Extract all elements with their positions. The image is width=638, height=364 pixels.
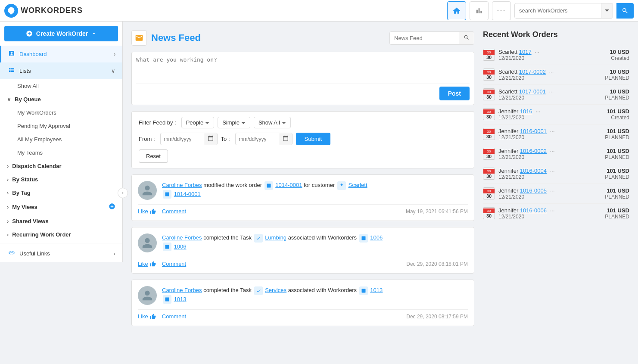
sidebar-item-lists[interactable]: Lists ∨ (0, 62, 122, 79)
to-calendar-icon[interactable] (279, 133, 292, 145)
feed-wo-link-1b[interactable]: 1014-0001 (174, 191, 201, 197)
filter-line: Filter Feed by : People Simple Show All (139, 117, 467, 128)
recent-wo-link[interactable]: 1016-0001 (520, 128, 547, 134)
sidebar-by-status[interactable]: › By Status (0, 173, 122, 186)
feed-author-3[interactable]: Caroline Forbes (162, 287, 202, 293)
recent-right: 101 USD PLANNED (605, 207, 629, 220)
recent-more-button[interactable]: ··· (549, 68, 554, 75)
recent-more-button[interactable]: ··· (550, 207, 555, 214)
sidebar-item-dashboard[interactable]: Dashboard › (0, 46, 122, 62)
recent-wo-link[interactable]: 1017 (519, 49, 532, 55)
sidebar-collapse-button[interactable] (118, 188, 128, 198)
my-views-add-icon[interactable] (109, 203, 115, 211)
comment-button-2[interactable]: Comment (162, 261, 186, 267)
recent-status: PLANNED (605, 95, 629, 101)
search-dropdown-button[interactable] (601, 3, 613, 18)
search-bar (514, 3, 613, 19)
recent-info: Scarlett 1017-0002 ··· 12/21/2020 (498, 68, 601, 81)
sidebar-recurring[interactable]: › Recurring Work Order (0, 228, 122, 241)
recent-wo-link[interactable]: 1017-0001 (519, 88, 546, 95)
recent-wo-link[interactable]: 1017-0002 (519, 68, 546, 75)
dispatch-arrow: › (7, 163, 9, 169)
create-workorder-label: Create WorkOrder (36, 30, 88, 37)
home-button[interactable] (447, 1, 466, 20)
workorder-icon-1 (265, 181, 273, 190)
chart-button[interactable] (470, 1, 489, 20)
recent-calendar-icon: 30 30 (483, 68, 495, 81)
comment-button-3[interactable]: Comment (162, 313, 186, 320)
recent-more-button[interactable]: ··· (550, 148, 555, 154)
from-date-field[interactable] (161, 134, 204, 144)
like-button-3[interactable]: Like (138, 313, 156, 320)
sidebar: Create WorkOrder Dashboard › Lists ∨ Sho… (0, 22, 123, 262)
feed-task-3[interactable]: Services (265, 287, 286, 293)
sidebar-all-employees[interactable]: All My Employees (0, 133, 122, 146)
feed-wo-link-1a[interactable]: 1014-0001 (275, 182, 302, 188)
recent-person: Jennifer 1016-0002 ··· (498, 148, 601, 154)
submit-button[interactable]: Submit (296, 133, 330, 145)
feed-task-2[interactable]: Lumbing (265, 234, 286, 241)
feed-author-2[interactable]: Caroline Forbes (162, 234, 202, 241)
more-button[interactable]: ··· (492, 1, 511, 20)
sidebar-my-views[interactable]: › My Views (0, 199, 122, 215)
simple-filter[interactable]: Simple (218, 117, 250, 128)
by-queue-arrow: ∨ (7, 96, 11, 103)
wo-icon-3 (359, 286, 368, 295)
sidebar-item-useful-links[interactable]: Useful Links › (0, 245, 122, 262)
to-date-field[interactable] (236, 134, 279, 144)
feed-author-1[interactable]: Caroline Forbes (162, 182, 202, 188)
news-feed-icon (131, 30, 147, 46)
task-icon-2 (254, 234, 263, 243)
sidebar-my-workorders[interactable]: My WorkOrders (0, 106, 122, 119)
sidebar-by-tag[interactable]: › By Tag (0, 186, 122, 199)
recent-wo-link[interactable]: 1016 (520, 108, 532, 115)
like-button-2[interactable]: Like (138, 261, 156, 267)
recent-more-button[interactable]: ··· (549, 88, 554, 95)
feed-item-body-3: Caroline Forbes completed the Task Servi… (138, 286, 468, 305)
recent-more-button[interactable]: ··· (550, 168, 555, 174)
post-button[interactable]: Post (439, 87, 470, 100)
from-date-input (160, 133, 218, 145)
search-input[interactable] (515, 7, 601, 14)
recent-info: Jennifer 1016-0006 ··· 12/21/2020 (498, 207, 601, 220)
reset-button[interactable]: Reset (139, 149, 168, 163)
recent-status: Created (607, 115, 629, 121)
recent-status: PLANNED (605, 134, 629, 140)
recent-more-button[interactable]: ··· (535, 49, 539, 55)
feed-wo-2b[interactable]: 1006 (174, 243, 187, 250)
feed-customer-1[interactable]: Scarlett (348, 182, 367, 188)
sidebar-pending-approval[interactable]: Pending My Approval (0, 119, 122, 133)
sidebar-shared-views[interactable]: › Shared Views (0, 215, 122, 228)
recent-wo-link[interactable]: 1016-0002 (520, 148, 547, 154)
show-all-filter[interactable]: Show All (254, 117, 291, 128)
recent-wo-link[interactable]: 1016-0004 (520, 168, 547, 174)
recent-item: 30 30 Scarlett 1017 ··· 12/21/2020 10 US… (483, 45, 629, 65)
recent-date: 12/21/2020 (498, 194, 601, 200)
feed-wo-2a[interactable]: 1006 (370, 234, 383, 241)
feed-wo-3b[interactable]: 1013 (174, 296, 187, 302)
from-calendar-icon[interactable] (204, 133, 217, 145)
news-feed-search-input[interactable] (390, 32, 459, 44)
sidebar-my-teams[interactable]: My Teams (0, 146, 122, 159)
search-submit-button[interactable] (616, 3, 634, 19)
recent-wo-link[interactable]: 1016-0005 (520, 187, 547, 194)
sidebar-show-all[interactable]: Show All (0, 79, 122, 93)
post-textarea[interactable] (136, 56, 470, 82)
recent-more-button[interactable]: ··· (550, 128, 555, 134)
feed-footer-3: Like Comment Dec 29, 2020 08:17:59 PM (138, 309, 468, 320)
recent-person: Jennifer 1016 ··· (498, 108, 603, 115)
people-filter[interactable]: People (181, 117, 214, 128)
feed-wo-3a[interactable]: 1013 (370, 287, 383, 293)
recent-info: Scarlett 1017 ··· 12/21/2020 (498, 49, 606, 61)
recent-wo-link[interactable]: 1016-0006 (520, 207, 547, 214)
recent-more-button[interactable]: ··· (550, 187, 555, 194)
like-button-1[interactable]: Like (138, 208, 156, 215)
sidebar-by-queue[interactable]: ∨ By Queue (0, 93, 122, 106)
recent-items-container: 30 30 Scarlett 1017 ··· 12/21/2020 10 US… (483, 45, 629, 223)
news-feed-search-button[interactable] (459, 32, 474, 44)
recent-more-button[interactable]: ··· (535, 108, 540, 115)
create-workorder-button[interactable]: Create WorkOrder (4, 26, 118, 41)
comment-button-1[interactable]: Comment (162, 208, 186, 215)
sidebar-dispatch-calendar[interactable]: › Dispatch Calendar (0, 159, 122, 173)
wo-icon-1b (163, 190, 171, 199)
